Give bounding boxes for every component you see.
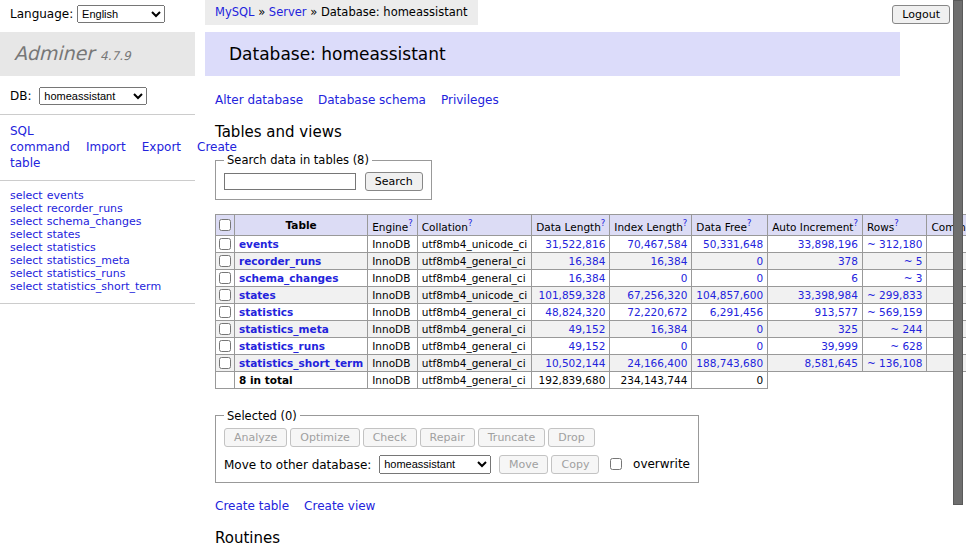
cell-data-length-link[interactable]: 10,502,144 <box>545 357 605 369</box>
help-link-data-free[interactable]: ? <box>747 218 752 228</box>
table-link-events[interactable]: events <box>239 238 279 250</box>
select-link-statistics[interactable]: select <box>10 241 43 254</box>
link-create-table[interactable]: Create table <box>215 499 289 513</box>
row-checkbox-events[interactable] <box>219 238 231 250</box>
table-link-schema-changes[interactable]: schema_changes <box>47 215 142 228</box>
link-database-schema[interactable]: Database schema <box>318 93 426 107</box>
cell-index-length-link[interactable]: 16,384 <box>651 255 688 267</box>
row-checkbox-schema-changes[interactable] <box>219 272 231 284</box>
scrollbar-thumb[interactable] <box>953 0 963 505</box>
row-checkbox-statistics-runs[interactable] <box>219 340 231 352</box>
cell-auto-increment-link[interactable]: 325 <box>838 323 858 335</box>
cell-auto-increment-link[interactable]: 39,999 <box>821 340 858 352</box>
help-link-engine[interactable]: ? <box>408 218 413 228</box>
cell-data-length-link[interactable]: 16,384 <box>569 272 606 284</box>
row-checkbox-statistics-meta[interactable] <box>219 323 231 335</box>
overwrite-checkbox[interactable] <box>610 458 622 470</box>
table-link-schema-changes[interactable]: schema_changes <box>239 272 339 284</box>
breadcrumb-link-mysql[interactable]: MySQL <box>215 5 255 19</box>
select-link-recorder-runs[interactable]: select <box>10 202 43 215</box>
overwrite-label[interactable]: overwrite <box>633 457 690 471</box>
analyze-button[interactable]: Analyze <box>224 428 287 447</box>
cell-auto-increment-link[interactable]: 6 <box>851 272 858 284</box>
vertical-scrollbar[interactable] <box>953 0 963 543</box>
cell-auto-increment-link[interactable]: 33,398,984 <box>798 289 858 301</box>
cell-data-free-link[interactable]: 0 <box>756 323 763 335</box>
cell-data-free-link[interactable]: 6,291,456 <box>710 306 763 318</box>
truncate-button[interactable]: Truncate <box>478 428 545 447</box>
table-link-statistics-meta[interactable]: statistics_meta <box>47 254 130 267</box>
select-link-events[interactable]: select <box>10 189 43 202</box>
help-link-index-length[interactable]: ? <box>683 218 688 228</box>
search-input[interactable] <box>224 173 356 190</box>
select-link-statistics-short-term[interactable]: select <box>10 280 43 293</box>
row-checkbox-statistics[interactable] <box>219 306 231 318</box>
link-privileges[interactable]: Privileges <box>441 93 499 107</box>
repair-button[interactable]: Repair <box>420 428 475 447</box>
move-database-select[interactable]: homeassistant <box>379 455 491 474</box>
cell-data-free-link[interactable]: 0 <box>756 272 763 284</box>
table-link-statistics-short-term[interactable]: statistics_short_term <box>239 357 363 369</box>
row-checkbox-states[interactable] <box>219 289 231 301</box>
table-link-statistics[interactable]: statistics <box>239 306 293 318</box>
cell-index-length-link[interactable]: 72,220,672 <box>627 306 687 318</box>
cell-rows-link[interactable]: ~ 569,159 <box>867 306 923 318</box>
adminer-logo-link[interactable]: Adminer <box>14 42 94 64</box>
breadcrumb-link-server[interactable]: Server <box>269 5 307 19</box>
cell-data-free-link[interactable]: 50,331,648 <box>703 238 763 250</box>
row-checkbox-recorder-runs[interactable] <box>219 255 231 267</box>
logout-button[interactable]: Logout <box>892 5 950 24</box>
cell-index-length-link[interactable]: 67,256,320 <box>627 289 687 301</box>
cell-data-length-link[interactable]: 49,152 <box>569 340 606 352</box>
search-button[interactable]: Search <box>365 172 423 191</box>
select-link-statistics-meta[interactable]: select <box>10 254 43 267</box>
cell-index-length-link[interactable]: 0 <box>681 340 688 352</box>
table-link-statistics[interactable]: statistics <box>47 241 96 254</box>
select-link-statistics-runs[interactable]: select <box>10 267 43 280</box>
table-link-recorder-runs[interactable]: recorder_runs <box>47 202 123 215</box>
select-link-schema-changes[interactable]: select <box>10 215 43 228</box>
copy-button[interactable]: Copy <box>551 455 599 474</box>
cell-data-free-link[interactable]: 0 <box>756 340 763 352</box>
row-checkbox-statistics-short-term[interactable] <box>219 357 231 369</box>
cell-auto-increment-link[interactable]: 913,577 <box>815 306 858 318</box>
cell-rows-link[interactable]: ~ 136,108 <box>867 357 923 369</box>
help-link-auto-increment[interactable]: ? <box>853 218 858 228</box>
select-link-states[interactable]: select <box>10 228 43 241</box>
cell-rows-link[interactable]: ~ 312,180 <box>867 238 923 250</box>
cell-data-length-link[interactable]: 101,859,328 <box>539 289 606 301</box>
cell-rows-link[interactable]: ~ 299,833 <box>867 289 923 301</box>
cell-rows-link[interactable]: ~ 5 <box>904 255 923 267</box>
db-select[interactable]: homeassistant <box>39 87 147 105</box>
sidebar-link-export[interactable]: Export <box>142 140 181 154</box>
help-link-collation[interactable]: ? <box>468 218 473 228</box>
table-link-recorder-runs[interactable]: recorder_runs <box>239 255 321 267</box>
move-button[interactable]: Move <box>499 455 549 474</box>
drop-button[interactable]: Drop <box>548 428 594 447</box>
optimize-button[interactable]: Optimize <box>290 428 359 447</box>
cell-data-length-link[interactable]: 16,384 <box>569 255 606 267</box>
cell-data-free-link[interactable]: 104,857,600 <box>696 289 763 301</box>
language-select[interactable]: English <box>77 5 165 23</box>
select-all-checkbox[interactable] <box>219 219 231 231</box>
cell-data-length-link[interactable]: 31,522,816 <box>545 238 605 250</box>
cell-rows-link[interactable]: ~ 628 <box>890 340 922 352</box>
cell-auto-increment-link[interactable]: 8,581,645 <box>804 357 857 369</box>
table-link-states[interactable]: states <box>47 228 81 241</box>
table-link-statistics-meta[interactable]: statistics_meta <box>239 323 329 335</box>
cell-index-length-link[interactable]: 0 <box>681 272 688 284</box>
link-alter-database[interactable]: Alter database <box>215 93 303 107</box>
help-link-rows[interactable]: ? <box>894 218 899 228</box>
check-button[interactable]: Check <box>363 428 417 447</box>
cell-data-length-link[interactable]: 48,824,320 <box>545 306 605 318</box>
table-link-events[interactable]: events <box>47 189 84 202</box>
cell-index-length-link[interactable]: 70,467,584 <box>627 238 687 250</box>
table-link-statistics-runs[interactable]: statistics_runs <box>239 340 325 352</box>
cell-data-free-link[interactable]: 188,743,680 <box>696 357 763 369</box>
cell-rows-link[interactable]: ~ 244 <box>890 323 922 335</box>
cell-data-free-link[interactable]: 0 <box>756 255 763 267</box>
table-link-statistics-runs[interactable]: statistics_runs <box>47 267 126 280</box>
cell-index-length-link[interactable]: 16,384 <box>651 323 688 335</box>
help-link-data-length[interactable]: ? <box>601 218 606 228</box>
link-create-view[interactable]: Create view <box>304 499 375 513</box>
